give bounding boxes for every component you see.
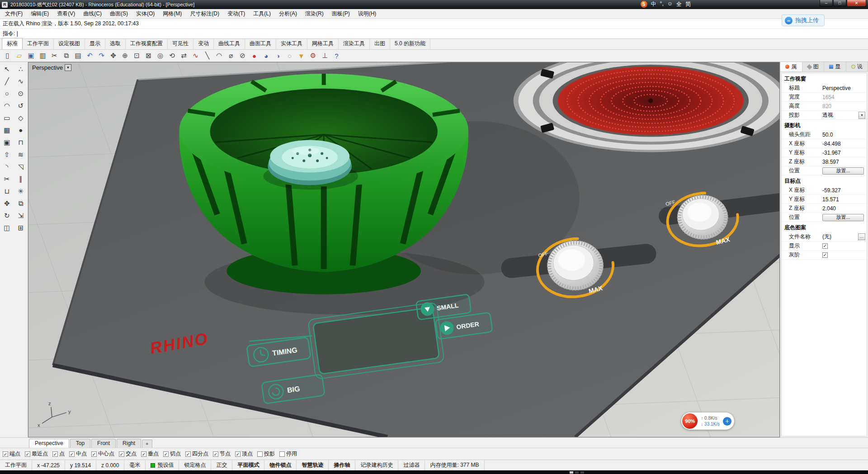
toolbar-tab[interactable]: 出图 (370, 38, 390, 49)
arc-tool-icon[interactable]: ◠ (0, 100, 14, 112)
checkbox-icon[interactable] (279, 451, 285, 457)
ime-bar[interactable]: S 中°,☺全简 (641, 0, 691, 8)
toolbar-tab[interactable]: 曲面工具 (245, 38, 276, 49)
toolbar-tab[interactable]: 渲染工具 (339, 38, 370, 49)
ime-item[interactable]: 简 (685, 0, 691, 8)
menu-item[interactable]: 工具(L) (249, 10, 275, 18)
camera-focal-value[interactable]: 50.0 (821, 132, 867, 138)
toolbar-tab[interactable]: 标准 (2, 38, 23, 49)
layer-cell[interactable]: 预设值 (146, 460, 179, 470)
sphere-tool-icon[interactable]: ● (14, 124, 28, 136)
checkbox-icon[interactable] (257, 451, 263, 457)
zoom-dynamic-icon[interactable]: ⊕ (119, 51, 131, 61)
close-button[interactable]: ✕ (847, 0, 866, 7)
polygon-tool-icon[interactable]: ◇ (14, 112, 28, 124)
menu-item[interactable]: 网格(M) (159, 10, 186, 18)
perspective-viewport[interactable]: Perspective ▼ (28, 62, 780, 437)
arc-tool-icon[interactable]: ◠ (213, 51, 225, 61)
join-tool-icon[interactable]: ⊔ (0, 185, 14, 197)
points-tool-icon[interactable]: ∴ (14, 63, 28, 75)
camera-z-value[interactable]: 38.597 (821, 159, 867, 165)
target-x-value[interactable]: -59.327 (821, 187, 867, 194)
copy-icon[interactable]: ⧉ (61, 51, 72, 61)
cut-icon[interactable]: ✂ (49, 51, 60, 61)
checkbox-icon[interactable] (119, 451, 124, 457)
toolbar-tab[interactable]: 工作平面 (23, 38, 54, 49)
camera-x-value[interactable]: -84.498 (821, 141, 867, 147)
cplane-cell[interactable]: 工作平面 (0, 460, 32, 470)
funnel-icon[interactable]: ▼ (296, 51, 307, 61)
taskbar-item[interactable] (570, 471, 573, 474)
select-tool-icon[interactable]: ↖ (0, 63, 14, 75)
toolbar-tab[interactable]: 曲线工具 (214, 38, 245, 49)
toolbar-tab[interactable]: 可见性 (168, 38, 193, 49)
copy-tool-icon[interactable]: ⧉ (14, 197, 28, 209)
checkbox-icon[interactable] (141, 451, 146, 457)
osnap-toggle[interactable]: 最近点 (25, 450, 48, 458)
progress-badge[interactable]: 90% (682, 413, 698, 429)
osnap-toggle[interactable]: 停用 (279, 450, 297, 458)
tab-display[interactable]: 显 (824, 62, 846, 71)
new-file-icon[interactable]: ▯ (2, 51, 13, 61)
scale-tool-icon[interactable]: ⇲ (14, 209, 28, 222)
chamfer-tool-icon[interactable]: ◹ (14, 161, 28, 173)
ime-item[interactable]: °, (660, 0, 664, 8)
status-toggle[interactable]: 物件锁点 (264, 460, 297, 470)
undo-view-icon[interactable]: ⟲ (166, 51, 178, 61)
cylinder-tool-icon[interactable]: ⊓ (14, 136, 28, 148)
wireframe-view-icon[interactable]: ◌ (284, 51, 295, 61)
checkbox-icon[interactable] (91, 451, 97, 457)
menu-item[interactable]: 说明(H) (354, 10, 381, 18)
viewport-tab[interactable]: Top (70, 439, 90, 448)
gray-checkbox[interactable] (822, 252, 828, 258)
split-tool-icon[interactable]: ∥ (14, 173, 28, 185)
zoom-selected-icon[interactable]: ◎ (155, 51, 166, 61)
checkbox-icon[interactable] (69, 451, 75, 457)
menu-item[interactable]: 编辑(E) (27, 10, 53, 18)
drag-upload-button[interactable]: ∞ 拖拽上传 (782, 14, 825, 26)
viewport-tab[interactable]: Front (91, 439, 116, 448)
add-viewport-tab[interactable]: + (142, 440, 152, 448)
taskbar-item[interactable] (575, 471, 579, 474)
rebuild-curve-icon[interactable]: ↺ (14, 100, 28, 112)
tab-properties[interactable]: 属 (780, 62, 802, 71)
target-y-value[interactable]: 15.571 (821, 196, 867, 203)
viewport-canvas[interactable]: TIMING BIG SMALL (28, 62, 779, 437)
checkbox-icon[interactable] (185, 451, 191, 457)
measure-icon[interactable]: ⌀ (225, 51, 236, 61)
viewport-title-value[interactable]: Perspective (821, 85, 867, 91)
viewport-menu-button[interactable]: ▼ (65, 64, 71, 71)
command-prompt[interactable]: 指令: | (0, 29, 868, 39)
osnap-toggle[interactable]: 顶点 (235, 450, 253, 458)
shaded-view-icon[interactable]: ◕ (260, 51, 272, 61)
osnap-toggle[interactable]: 投影 (257, 450, 275, 458)
command-history[interactable]: 正在载入 Rhino 渲染，版本 1.50, Sep 28 2012, 00:1… (0, 19, 868, 29)
show-checkbox[interactable] (822, 243, 828, 249)
rectangle-tool-icon[interactable]: ▭ (0, 112, 14, 124)
redo-icon[interactable]: ↷ (96, 51, 107, 61)
lock-icon[interactable]: ⊘ (237, 51, 248, 61)
osnap-toggle[interactable]: 垂点 (141, 450, 159, 458)
zoom-window-icon[interactable]: ⊡ (131, 51, 142, 61)
explode-tool-icon[interactable]: ✳ (14, 185, 28, 197)
menu-item[interactable]: 曲面(S) (106, 10, 132, 18)
tab-help[interactable]: 说 (846, 62, 868, 71)
menu-item[interactable]: 查看(V) (53, 10, 79, 18)
viewport-tab[interactable]: Perspective (29, 439, 69, 448)
checkbox-icon[interactable] (52, 451, 58, 457)
checkbox-icon[interactable] (235, 451, 241, 457)
checkbox-icon[interactable] (213, 451, 218, 457)
circle-tool-icon[interactable]: ○ (0, 87, 14, 100)
units-cell[interactable]: 毫米 (124, 460, 146, 470)
status-toggle[interactable]: 锁定格点 (179, 460, 211, 470)
gas-burner[interactable] (179, 74, 484, 315)
zoom-extents-icon[interactable]: ⊠ (143, 51, 154, 61)
ime-item[interactable]: 中 (651, 0, 656, 8)
gear-icon[interactable]: ⚙ (307, 51, 319, 61)
osnap-toggle[interactable]: 节点 (213, 450, 231, 458)
loft-tool-icon[interactable]: ≋ (14, 148, 28, 161)
menu-item[interactable]: 渲染(R) (301, 10, 328, 18)
checkbox-icon[interactable] (3, 451, 8, 457)
toolbar-tab[interactable]: 设定视图 (54, 38, 85, 49)
paste-icon[interactable]: ▤ (72, 51, 84, 61)
